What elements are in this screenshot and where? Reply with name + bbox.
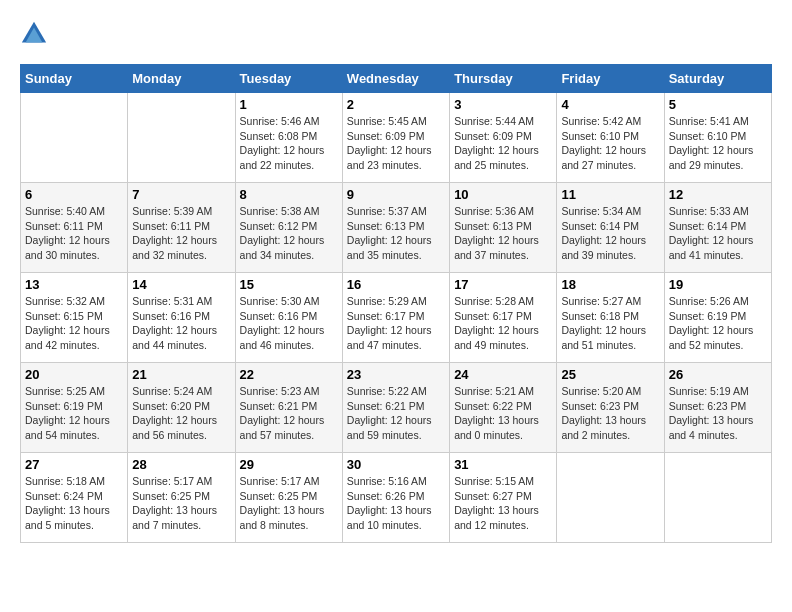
day-number: 28 <box>132 457 230 472</box>
sunset: Sunset: 6:19 PM <box>669 310 747 322</box>
sunrise: Sunrise: 5:22 AM <box>347 385 427 397</box>
sunrise: Sunrise: 5:19 AM <box>669 385 749 397</box>
calendar-cell: 27 Sunrise: 5:18 AM Sunset: 6:24 PM Dayl… <box>21 453 128 543</box>
sunrise: Sunrise: 5:44 AM <box>454 115 534 127</box>
sunset: Sunset: 6:09 PM <box>454 130 532 142</box>
day-number: 11 <box>561 187 659 202</box>
day-number: 19 <box>669 277 767 292</box>
day-number: 23 <box>347 367 445 382</box>
calendar-cell: 29 Sunrise: 5:17 AM Sunset: 6:25 PM Dayl… <box>235 453 342 543</box>
sunrise: Sunrise: 5:37 AM <box>347 205 427 217</box>
sunset: Sunset: 6:26 PM <box>347 490 425 502</box>
day-number: 8 <box>240 187 338 202</box>
calendar-cell: 8 Sunrise: 5:38 AM Sunset: 6:12 PM Dayli… <box>235 183 342 273</box>
sunset: Sunset: 6:21 PM <box>240 400 318 412</box>
sunrise: Sunrise: 5:15 AM <box>454 475 534 487</box>
calendar-cell: 17 Sunrise: 5:28 AM Sunset: 6:17 PM Dayl… <box>450 273 557 363</box>
sunset: Sunset: 6:13 PM <box>347 220 425 232</box>
daylight: Daylight: 13 hours and 8 minutes. <box>240 504 325 531</box>
day-number: 24 <box>454 367 552 382</box>
sunrise: Sunrise: 5:25 AM <box>25 385 105 397</box>
daylight: Daylight: 12 hours and 22 minutes. <box>240 144 325 171</box>
sunrise: Sunrise: 5:17 AM <box>132 475 212 487</box>
calendar-cell: 23 Sunrise: 5:22 AM Sunset: 6:21 PM Dayl… <box>342 363 449 453</box>
day-number: 2 <box>347 97 445 112</box>
daylight: Daylight: 13 hours and 10 minutes. <box>347 504 432 531</box>
daylight: Daylight: 12 hours and 34 minutes. <box>240 234 325 261</box>
calendar-cell: 10 Sunrise: 5:36 AM Sunset: 6:13 PM Dayl… <box>450 183 557 273</box>
day-info: Sunrise: 5:44 AM Sunset: 6:09 PM Dayligh… <box>454 114 552 173</box>
day-info: Sunrise: 5:41 AM Sunset: 6:10 PM Dayligh… <box>669 114 767 173</box>
calendar-cell <box>557 453 664 543</box>
calendar-cell: 2 Sunrise: 5:45 AM Sunset: 6:09 PM Dayli… <box>342 93 449 183</box>
daylight: Daylight: 12 hours and 35 minutes. <box>347 234 432 261</box>
header-row: SundayMondayTuesdayWednesdayThursdayFrid… <box>21 65 772 93</box>
day-info: Sunrise: 5:33 AM Sunset: 6:14 PM Dayligh… <box>669 204 767 263</box>
header-day: Saturday <box>664 65 771 93</box>
daylight: Daylight: 12 hours and 39 minutes. <box>561 234 646 261</box>
day-number: 7 <box>132 187 230 202</box>
day-info: Sunrise: 5:38 AM Sunset: 6:12 PM Dayligh… <box>240 204 338 263</box>
calendar-cell: 26 Sunrise: 5:19 AM Sunset: 6:23 PM Dayl… <box>664 363 771 453</box>
sunset: Sunset: 6:16 PM <box>132 310 210 322</box>
sunset: Sunset: 6:14 PM <box>669 220 747 232</box>
day-info: Sunrise: 5:46 AM Sunset: 6:08 PM Dayligh… <box>240 114 338 173</box>
day-info: Sunrise: 5:28 AM Sunset: 6:17 PM Dayligh… <box>454 294 552 353</box>
day-number: 31 <box>454 457 552 472</box>
calendar-cell: 4 Sunrise: 5:42 AM Sunset: 6:10 PM Dayli… <box>557 93 664 183</box>
day-number: 9 <box>347 187 445 202</box>
day-info: Sunrise: 5:30 AM Sunset: 6:16 PM Dayligh… <box>240 294 338 353</box>
calendar-cell: 28 Sunrise: 5:17 AM Sunset: 6:25 PM Dayl… <box>128 453 235 543</box>
sunset: Sunset: 6:10 PM <box>561 130 639 142</box>
calendar-cell: 12 Sunrise: 5:33 AM Sunset: 6:14 PM Dayl… <box>664 183 771 273</box>
calendar-cell: 19 Sunrise: 5:26 AM Sunset: 6:19 PM Dayl… <box>664 273 771 363</box>
day-number: 14 <box>132 277 230 292</box>
daylight: Daylight: 12 hours and 51 minutes. <box>561 324 646 351</box>
day-info: Sunrise: 5:19 AM Sunset: 6:23 PM Dayligh… <box>669 384 767 443</box>
day-number: 1 <box>240 97 338 112</box>
calendar-cell: 18 Sunrise: 5:27 AM Sunset: 6:18 PM Dayl… <box>557 273 664 363</box>
calendar-cell: 13 Sunrise: 5:32 AM Sunset: 6:15 PM Dayl… <box>21 273 128 363</box>
calendar-cell: 1 Sunrise: 5:46 AM Sunset: 6:08 PM Dayli… <box>235 93 342 183</box>
sunset: Sunset: 6:11 PM <box>132 220 210 232</box>
day-number: 15 <box>240 277 338 292</box>
sunset: Sunset: 6:27 PM <box>454 490 532 502</box>
calendar-week: 6 Sunrise: 5:40 AM Sunset: 6:11 PM Dayli… <box>21 183 772 273</box>
calendar-week: 13 Sunrise: 5:32 AM Sunset: 6:15 PM Dayl… <box>21 273 772 363</box>
sunrise: Sunrise: 5:17 AM <box>240 475 320 487</box>
daylight: Daylight: 12 hours and 27 minutes. <box>561 144 646 171</box>
calendar-cell: 22 Sunrise: 5:23 AM Sunset: 6:21 PM Dayl… <box>235 363 342 453</box>
sunset: Sunset: 6:08 PM <box>240 130 318 142</box>
calendar-cell: 21 Sunrise: 5:24 AM Sunset: 6:20 PM Dayl… <box>128 363 235 453</box>
calendar-cell <box>128 93 235 183</box>
day-info: Sunrise: 5:34 AM Sunset: 6:14 PM Dayligh… <box>561 204 659 263</box>
day-info: Sunrise: 5:21 AM Sunset: 6:22 PM Dayligh… <box>454 384 552 443</box>
sunset: Sunset: 6:13 PM <box>454 220 532 232</box>
daylight: Daylight: 12 hours and 49 minutes. <box>454 324 539 351</box>
sunrise: Sunrise: 5:42 AM <box>561 115 641 127</box>
day-info: Sunrise: 5:42 AM Sunset: 6:10 PM Dayligh… <box>561 114 659 173</box>
sunrise: Sunrise: 5:18 AM <box>25 475 105 487</box>
sunset: Sunset: 6:18 PM <box>561 310 639 322</box>
sunrise: Sunrise: 5:39 AM <box>132 205 212 217</box>
sunrise: Sunrise: 5:38 AM <box>240 205 320 217</box>
sunset: Sunset: 6:09 PM <box>347 130 425 142</box>
sunset: Sunset: 6:19 PM <box>25 400 103 412</box>
day-number: 17 <box>454 277 552 292</box>
calendar-cell: 6 Sunrise: 5:40 AM Sunset: 6:11 PM Dayli… <box>21 183 128 273</box>
calendar-cell: 16 Sunrise: 5:29 AM Sunset: 6:17 PM Dayl… <box>342 273 449 363</box>
calendar-cell <box>664 453 771 543</box>
sunrise: Sunrise: 5:23 AM <box>240 385 320 397</box>
daylight: Daylight: 12 hours and 54 minutes. <box>25 414 110 441</box>
daylight: Daylight: 12 hours and 56 minutes. <box>132 414 217 441</box>
sunrise: Sunrise: 5:16 AM <box>347 475 427 487</box>
sunset: Sunset: 6:23 PM <box>669 400 747 412</box>
header-day: Monday <box>128 65 235 93</box>
calendar-cell: 11 Sunrise: 5:34 AM Sunset: 6:14 PM Dayl… <box>557 183 664 273</box>
day-number: 26 <box>669 367 767 382</box>
day-number: 25 <box>561 367 659 382</box>
day-info: Sunrise: 5:17 AM Sunset: 6:25 PM Dayligh… <box>240 474 338 533</box>
day-info: Sunrise: 5:15 AM Sunset: 6:27 PM Dayligh… <box>454 474 552 533</box>
calendar-cell <box>21 93 128 183</box>
calendar-week: 1 Sunrise: 5:46 AM Sunset: 6:08 PM Dayli… <box>21 93 772 183</box>
